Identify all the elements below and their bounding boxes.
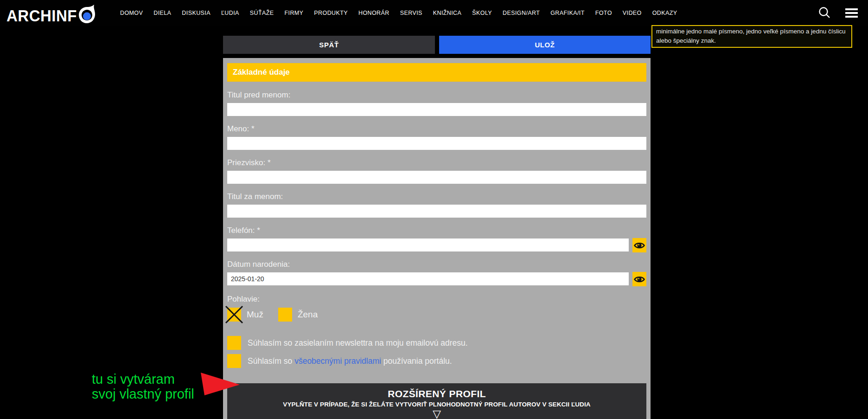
terms-consent-row: Súhlasím so všeobecnými pravidlami použí…: [227, 354, 646, 368]
basic-data-form-panel: Základné údaje Titul pred menom: Meno: *…: [223, 58, 651, 419]
nav-item-sutaze[interactable]: SÚŤAŽE: [250, 10, 274, 16]
extended-profile-title: ROZŠÍRENÝ PROFIL: [227, 388, 646, 400]
first-name-label: Meno: *: [227, 124, 646, 134]
birth-date-input[interactable]: [227, 272, 629, 285]
annotation-line1: tu si vytváram: [92, 372, 194, 387]
male-checkbox[interactable]: [227, 308, 241, 322]
archinfo-logo-eye-icon: [77, 4, 97, 25]
field-title-after-name: Titul za menom:: [227, 192, 646, 219]
newsletter-consent-checkbox[interactable]: [227, 336, 241, 350]
nav-item-diskusia[interactable]: DISKUSIA: [182, 10, 211, 16]
birth-date-label: Dátum narodenia:: [227, 259, 646, 270]
annotation-note: tu si vytváram svoj vlastný profil: [92, 372, 194, 402]
gender-option-male[interactable]: Muž: [227, 308, 263, 322]
eye-icon: [634, 274, 645, 285]
nav-item-servis[interactable]: SERVIS: [400, 10, 422, 16]
checkbox-x-mark-icon: [225, 305, 243, 324]
nav-item-ludia[interactable]: ĽUDIA: [221, 10, 239, 16]
newsletter-consent-text: Súhlasím so zasielaním newslettra na moj…: [248, 338, 468, 348]
female-option-label: Žena: [298, 309, 318, 320]
field-first-name: Meno: *: [227, 124, 646, 151]
nav-item-skoly[interactable]: ŠKOLY: [472, 10, 492, 16]
last-name-label: Priezvisko: *: [227, 158, 646, 168]
last-name-input[interactable]: [227, 171, 646, 184]
phone-visibility-toggle[interactable]: [632, 238, 646, 252]
field-phone: Telefón: *: [227, 226, 646, 252]
section-header-basic-data: Základné údaje: [227, 63, 646, 82]
password-hint-tooltip: minimálne jedno malé písmeno, jedno veľk…: [651, 25, 852, 48]
top-navigation-bar: ARCHINF DOMOV DIELA DISKUSIA ĽUDIA SÚŤAŽ…: [0, 0, 868, 26]
eye-icon: [634, 240, 645, 251]
birth-date-visibility-toggle[interactable]: [632, 272, 646, 286]
archinfo-logo[interactable]: ARCHINF: [6, 3, 97, 23]
expand-down-triangle-icon[interactable]: ▽: [227, 408, 646, 419]
nav-item-domov[interactable]: DOMOV: [120, 10, 143, 16]
field-title-before-name: Titul pred menom:: [227, 90, 646, 117]
title-after-name-label: Titul za menom:: [227, 192, 646, 202]
female-checkbox[interactable]: [278, 308, 292, 322]
nav-item-design-art[interactable]: DESIGN/ART: [503, 10, 540, 16]
male-option-label: Muž: [247, 309, 263, 320]
first-name-input[interactable]: [227, 137, 646, 150]
back-button[interactable]: SPÄŤ: [223, 36, 435, 54]
terms-consent-prefix: Súhlasím so: [248, 356, 294, 366]
nav-item-grafika-it[interactable]: GRAFIKA/IT: [550, 10, 584, 16]
terms-consent-suffix: používania portálu.: [381, 356, 452, 366]
general-rules-link[interactable]: všeobecnými pravidlami: [294, 356, 381, 366]
archinfo-logo-text: ARCHINF: [6, 7, 77, 24]
nav-item-foto[interactable]: FOTO: [595, 10, 612, 16]
extended-profile-expander[interactable]: ROZŠÍRENÝ PROFIL VYPLŇTE V PRÍPADE, ŽE S…: [227, 383, 646, 419]
title-before-name-input[interactable]: [227, 103, 646, 116]
save-button[interactable]: ULOŽ: [439, 36, 651, 54]
phone-input[interactable]: [227, 239, 629, 251]
terms-consent-text: Súhlasím so všeobecnými pravidlami použí…: [248, 356, 452, 366]
extended-profile-subtitle: VYPLŇTE V PRÍPADE, ŽE SI ŽELÁTE VYTVORIŤ…: [227, 401, 646, 408]
field-birth-date: Dátum narodenia:: [227, 259, 646, 286]
profile-form-area: SPÄŤ ULOŽ Základné údaje Titul pred meno…: [223, 36, 651, 419]
nav-item-kniznica[interactable]: KNIŽNICA: [433, 10, 462, 16]
annotation-arrow-icon: [197, 369, 243, 399]
main-menu: DOMOV DIELA DISKUSIA ĽUDIA SÚŤAŽE FIRMY …: [120, 10, 677, 16]
annotation-line2: svoj vlastný profil: [92, 387, 194, 401]
title-after-name-input[interactable]: [227, 205, 646, 218]
gender-label: Pohlavie:: [227, 294, 646, 304]
field-gender: Pohlavie: Muž Žena: [227, 294, 646, 322]
nav-right-controls: [817, 6, 868, 20]
nav-item-diela[interactable]: DIELA: [153, 10, 171, 16]
title-before-name-label: Titul pred menom:: [227, 90, 646, 100]
terms-consent-checkbox[interactable]: [227, 354, 241, 368]
nav-item-honorar[interactable]: HONORÁR: [358, 10, 389, 16]
consent-section: Súhlasím so zasielaním newslettra na moj…: [227, 336, 646, 368]
nav-item-firmy[interactable]: FIRMY: [284, 10, 303, 16]
search-icon[interactable]: [817, 6, 831, 20]
nav-item-produkty[interactable]: PRODUKTY: [314, 10, 348, 16]
newsletter-consent-row: Súhlasím so zasielaním newslettra na moj…: [227, 336, 646, 350]
nav-item-video[interactable]: VIDEO: [623, 10, 642, 16]
field-last-name: Priezvisko: *: [227, 158, 646, 185]
phone-label: Telefón: *: [227, 226, 646, 236]
nav-item-odkazy[interactable]: ODKAZY: [652, 10, 677, 16]
hamburger-menu-icon[interactable]: [845, 8, 858, 18]
form-action-buttons: SPÄŤ ULOŽ: [223, 36, 651, 54]
gender-option-female[interactable]: Žena: [278, 308, 318, 322]
